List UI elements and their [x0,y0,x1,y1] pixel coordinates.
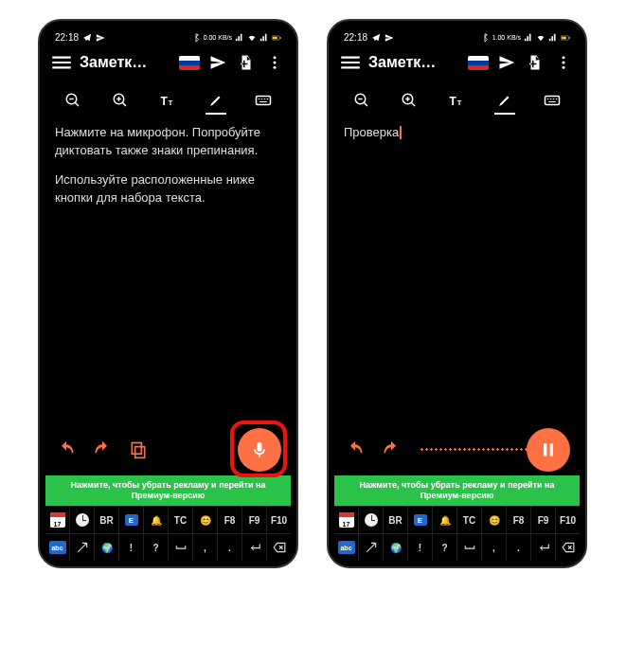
key-emoji[interactable]: 😊 [193,507,218,533]
key-space[interactable] [169,534,193,561]
key-tc[interactable]: TC [169,507,193,533]
svg-rect-23 [545,97,559,105]
editor-text: Проверка [344,124,570,142]
premium-banner[interactable]: Нажмите, чтобы убрать рекламу и перейти … [334,475,580,507]
zoom-out-button[interactable] [348,88,376,113]
key-arrow[interactable] [70,534,95,561]
key-calendar[interactable]: 17 [45,507,70,533]
svg-point-3 [274,56,277,59]
key-f10[interactable]: F10 [556,507,580,533]
key-f9[interactable]: F9 [531,507,556,533]
highlighter-button[interactable] [491,88,519,113]
bluetooth-icon [480,33,490,43]
key-period[interactable]: . [218,534,242,561]
svg-rect-14 [562,36,566,39]
key-calendar[interactable]: 17 [334,507,359,533]
key-backspace[interactable] [267,534,291,561]
key-globe[interactable]: 🌍 [384,534,408,561]
key-comma[interactable]: , [193,534,218,561]
key-br[interactable]: BR [384,507,408,533]
send-icon [96,33,105,43]
svg-text:T: T [457,99,462,107]
keyboard-button[interactable] [538,88,566,113]
app-header: Заметк… [45,45,291,81]
text-size-button[interactable]: TT [153,88,182,113]
editor-content[interactable]: Проверка [334,122,580,424]
undo-button[interactable] [53,437,80,463]
svg-rect-10 [256,97,270,105]
key-backspace[interactable] [556,534,580,561]
highlighter-button[interactable] [202,88,230,113]
pause-icon [539,440,558,459]
key-f8[interactable]: F8 [218,507,242,533]
key-f9[interactable]: F9 [242,507,267,533]
status-bar: 22:18 0.00 KB/s [45,28,291,45]
bottom-controls [45,424,291,475]
key-e[interactable]: E [119,507,144,533]
key-abc[interactable]: abc [45,534,70,561]
signal-icon [259,33,269,43]
key-period[interactable]: . [507,534,531,561]
svg-rect-25 [550,443,553,456]
key-arrow[interactable] [359,534,384,561]
key-bell[interactable]: 🔔 [433,507,457,533]
undo-button[interactable] [342,437,368,463]
key-emoji[interactable]: 😊 [482,507,507,533]
language-flag[interactable] [466,50,491,75]
hamburger-menu-icon[interactable] [338,50,363,75]
key-br[interactable]: BR [95,507,119,533]
key-f8[interactable]: F8 [507,507,531,533]
key-tc[interactable]: TC [457,507,482,533]
premium-banner[interactable]: Нажмите, чтобы убрать рекламу и перейти … [45,475,291,507]
svg-point-5 [274,66,277,69]
key-excl[interactable]: ! [119,534,144,561]
redo-button[interactable] [89,437,116,463]
more-button[interactable] [262,50,287,75]
pause-fab[interactable] [527,428,570,472]
add-document-button[interactable] [234,50,259,75]
key-bell[interactable]: 🔔 [144,507,169,533]
svg-rect-11 [135,446,145,457]
key-comma[interactable]: , [482,534,507,561]
network-speed: 1.00 KB/s [492,34,521,41]
key-clock[interactable] [359,507,384,533]
key-excl[interactable]: ! [408,534,433,561]
zoom-in-button[interactable] [106,88,134,113]
add-document-button[interactable] [523,50,547,75]
send-icon [385,33,394,43]
toolbar: TT [45,81,291,122]
redo-button[interactable] [378,437,404,463]
key-globe[interactable]: 🌍 [95,534,119,561]
key-enter[interactable] [531,534,556,561]
telegram-icon [371,33,381,43]
key-space[interactable] [457,534,482,561]
svg-text:T: T [450,95,457,108]
copy-button[interactable] [125,437,152,463]
key-abc[interactable]: abc [334,534,359,561]
key-clock[interactable] [70,507,95,533]
microphone-fab[interactable] [238,428,281,472]
key-question[interactable]: ? [433,534,457,561]
send-button[interactable] [494,50,519,75]
key-f10[interactable]: F10 [267,507,291,533]
zoom-in-button[interactable] [395,88,423,113]
status-bar: 22:18 1.00 KB/s [334,28,580,45]
signal-icon [524,33,533,43]
key-question[interactable]: ? [144,534,169,561]
bluetooth-icon [191,33,201,43]
more-button[interactable] [551,50,576,75]
status-time: 22:18 [344,32,367,43]
keyboard-button[interactable] [249,88,277,113]
svg-rect-15 [569,37,570,39]
key-enter[interactable] [242,534,267,561]
battery-icon [272,33,281,43]
send-button[interactable] [206,50,230,75]
editor-content[interactable]: Нажмите на микрофон. Попробуйте диктоват… [45,122,291,424]
hamburger-menu-icon[interactable] [49,50,74,75]
zoom-out-button[interactable] [59,88,87,113]
signal-icon [235,33,244,43]
key-e[interactable]: E [408,507,433,533]
text-size-button[interactable]: TT [442,88,471,113]
language-flag[interactable] [177,50,202,75]
svg-point-4 [274,62,277,64]
